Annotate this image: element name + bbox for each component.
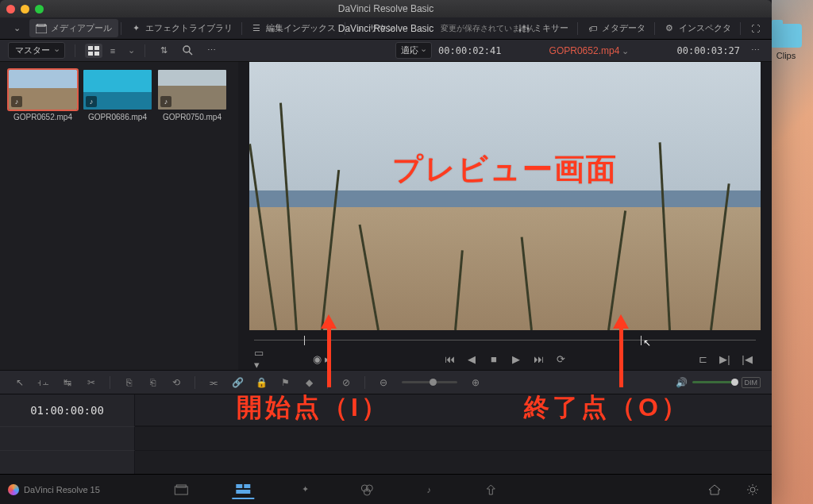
minimize-icon[interactable]	[21, 5, 29, 13]
in-point-marker[interactable]	[304, 336, 305, 345]
replace-clip-button[interactable]: ⟲	[168, 375, 185, 391]
titlebar: DaVinci Resolve Basic	[0, 0, 772, 17]
edit-index-label: 編集インデックス	[266, 22, 336, 34]
brand-label: DaVinci Resolve 15	[24, 485, 100, 494]
search-button[interactable]	[179, 44, 196, 58]
insert-clip-button[interactable]: ⎘	[120, 375, 137, 391]
mixer-icon	[518, 23, 530, 34]
sound-tab[interactable]: ♪ サウン	[348, 19, 402, 37]
bin-select[interactable]: マスター	[8, 42, 65, 59]
play-reverse-button[interactable]: ◀	[463, 351, 480, 367]
pool-options-button[interactable]: ⋯	[202, 44, 220, 58]
overwrite-button[interactable]: ▶|	[716, 351, 734, 367]
track-header[interactable]	[0, 450, 135, 474]
loop-button[interactable]: ⟳	[552, 351, 569, 367]
desktop-folder[interactable]: Clips	[769, 24, 803, 60]
inspector-tab[interactable]: ⚙ インスペクタ	[657, 19, 738, 37]
svg-rect-15	[236, 490, 250, 494]
svg-rect-8	[94, 52, 99, 56]
match-frame-button[interactable]: ◉ ▸	[313, 351, 330, 367]
svg-point-3	[523, 25, 526, 28]
clip-thumbnail: ♪	[83, 70, 152, 110]
clip-item[interactable]: ♪ GOPR0686.mp4	[83, 70, 152, 121]
settings-button[interactable]	[742, 480, 764, 499]
stop-button[interactable]: ■	[485, 351, 503, 367]
expand-button[interactable]: ⌄	[5, 20, 29, 37]
zoom-in-button[interactable]: ⊕	[467, 375, 484, 391]
svg-point-2	[519, 29, 522, 31]
zoom-out-button[interactable]: ⊖	[375, 375, 392, 391]
speaker-icon[interactable]: 🔊	[676, 377, 688, 388]
deliver-page-button[interactable]	[480, 480, 502, 499]
dim-button[interactable]: DIM	[742, 377, 761, 388]
audio-badge-icon: ♪	[86, 96, 97, 107]
lock-button[interactable]: 🔒	[252, 375, 270, 391]
list-view-button[interactable]: ≡	[104, 44, 121, 58]
transport-controls: ▭ ▾ ◉ ▸ ⏮ ◀ ■ ▶ ⏭ ⟳ ⊏ ▶| |◀	[238, 348, 772, 370]
replace-button[interactable]: |◀	[738, 351, 756, 367]
overwrite-clip-button[interactable]: ⎗	[144, 375, 161, 391]
flag-button[interactable]: ⚑	[276, 375, 294, 391]
clip-thumbnail: ♪	[9, 70, 77, 110]
folder-icon	[770, 24, 802, 48]
trim-tool[interactable]: ⫞⫠	[35, 375, 52, 391]
in-timecode: 00:00:02:41	[438, 45, 501, 56]
home-button[interactable]	[703, 480, 726, 499]
insert-button[interactable]: ⊏	[694, 351, 711, 367]
play-button[interactable]: ▶	[507, 351, 525, 367]
marker-button[interactable]: ◆	[300, 375, 318, 391]
clip-item[interactable]: ♪ GOPR0652.mp4	[8, 70, 78, 121]
clip-item[interactable]: ♪ GOPR0750.mp4	[157, 70, 227, 121]
viewer-options-button[interactable]: ⋯	[746, 44, 764, 58]
track-body[interactable]	[135, 450, 772, 474]
blade-tool[interactable]: ✂	[83, 375, 100, 391]
media-pool-label: メディアプール	[51, 22, 112, 34]
selection-tool[interactable]: ↖	[11, 375, 29, 391]
mixer-label: ミキサー	[534, 22, 568, 34]
fullscreen-button[interactable]: ⛶	[743, 20, 767, 37]
volume-slider[interactable]	[692, 381, 737, 383]
viewer-mode-button[interactable]: ▭ ▾	[254, 351, 272, 367]
media-pool-tab[interactable]: メディアプール	[29, 19, 118, 37]
workspace-bar: ⌄ メディアプール ✦ エフェクトライブラリ ☰ 編集インデックス ♪ サウン …	[0, 17, 772, 40]
track-header[interactable]	[0, 426, 135, 450]
metadata-tab[interactable]: 🏷 メタデータ	[580, 19, 652, 37]
sort-button[interactable]: ⇅	[155, 44, 172, 58]
out-point-marker[interactable]	[641, 336, 642, 345]
track-body[interactable]	[135, 426, 772, 450]
close-icon[interactable]	[6, 5, 15, 13]
svg-rect-7	[88, 52, 93, 56]
media-pool: ♪ GOPR0652.mp4 ♪ GOPR0686.mp4 ♪ GOPR0750…	[0, 62, 238, 370]
scrub-bar[interactable]: ↖	[254, 333, 756, 348]
timeline-ruler[interactable]	[135, 394, 772, 426]
fairlight-page-button[interactable]: ♪	[418, 480, 440, 499]
first-frame-button[interactable]: ⏮	[441, 351, 458, 367]
fit-select[interactable]: 適応	[395, 42, 432, 59]
dynamic-trim-tool[interactable]: ↹	[59, 375, 76, 391]
edit-page-button[interactable]	[232, 480, 254, 499]
folder-label: Clips	[769, 51, 803, 60]
effects-tab[interactable]: ✦ エフェクトライブラリ	[124, 19, 239, 37]
fusion-page-button[interactable]: ✦	[294, 480, 316, 499]
viewer-clip-name: GOPR0652.mp4	[549, 45, 620, 56]
video-preview[interactable]: プレビュー画面	[249, 62, 761, 330]
sound-icon: ♪	[354, 23, 365, 34]
zoom-slider[interactable]	[402, 381, 457, 383]
snap-button[interactable]: ⫘	[205, 375, 222, 391]
svg-rect-13	[236, 484, 242, 488]
clip-thumbnail: ♪	[158, 70, 226, 110]
out-timecode: 00:00:03:27	[677, 45, 740, 56]
brand: DaVinci Resolve 15	[8, 484, 100, 495]
timeline-timecode: 01:00:00:00	[0, 394, 135, 426]
last-frame-button[interactable]: ⏭	[530, 351, 547, 367]
edit-index-tab[interactable]: ☰ 編集インデックス	[245, 19, 342, 37]
bypass-button[interactable]: ⊘	[337, 375, 355, 391]
zoom-icon[interactable]	[35, 5, 44, 13]
metadata-label: メタデータ	[602, 22, 645, 34]
color-page-button[interactable]	[356, 480, 378, 499]
thumbnail-view-button[interactable]	[85, 44, 102, 58]
link-button[interactable]: 🔗	[229, 375, 246, 391]
audio-badge-icon: ♪	[160, 96, 171, 107]
media-page-button[interactable]	[170, 480, 192, 499]
mixer-tab[interactable]: ミキサー	[512, 19, 575, 37]
